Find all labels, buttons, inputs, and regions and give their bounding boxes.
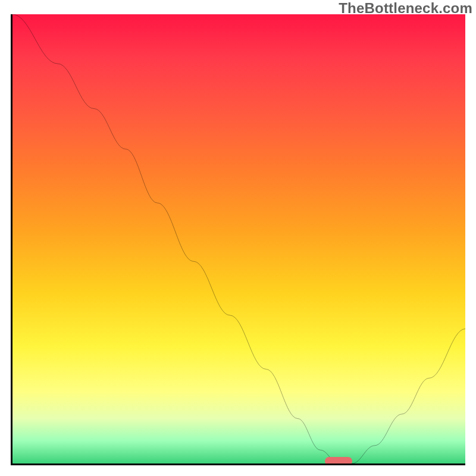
bottleneck-curve [12, 14, 465, 464]
plot-area [11, 14, 465, 465]
chart-container: TheBottleneck.com [0, 0, 476, 476]
watermark-text: TheBottleneck.com [339, 0, 472, 17]
curve-svg [12, 14, 465, 464]
optimal-marker [325, 457, 352, 465]
